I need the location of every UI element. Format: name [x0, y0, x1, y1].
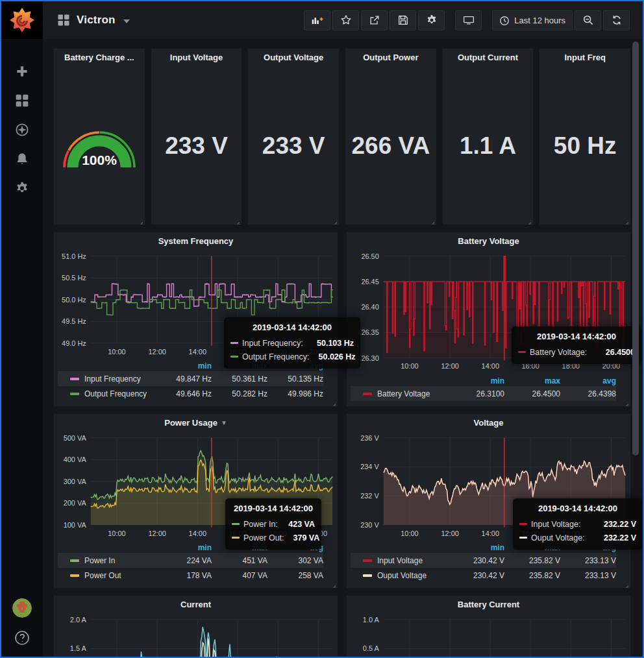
- legend-row[interactable]: Power In224 VA451 VA302 VA: [58, 553, 323, 568]
- legend-row[interactable]: Power Out178 VA407 VA258 VA: [58, 568, 323, 583]
- cycle-view-button[interactable]: [455, 10, 482, 30]
- zoom-out-button[interactable]: [575, 10, 601, 30]
- sidebar-item-explore[interactable]: [14, 122, 31, 138]
- refresh-button[interactable]: [603, 10, 630, 30]
- legend-stat-min[interactable]: min: [156, 543, 212, 552]
- series-color-dash: [518, 351, 526, 353]
- panel-title[interactable]: Output Current: [443, 53, 534, 62]
- star-button[interactable]: [332, 10, 359, 30]
- graph-panel-current: Current2.0 A1.5 A1.0 A0.5 A10:0012:0014:…: [53, 595, 338, 657]
- panel-title[interactable]: Current: [54, 600, 338, 609]
- svg-text:0.5 A: 0.5 A: [363, 644, 380, 652]
- legend-stats-header: minmaxavg: [351, 376, 616, 386]
- sidebar-item-alerting[interactable]: [14, 151, 31, 167]
- panel-resize-handle[interactable]: [526, 217, 532, 223]
- tooltip-series-row: Power Out:379 VA: [232, 531, 315, 544]
- save-icon: [397, 14, 409, 26]
- panel-title[interactable]: Output Voltage: [248, 53, 339, 62]
- sidebar-item-dashboards[interactable]: [14, 93, 31, 108]
- svg-text:50.0 Hz: 50.0 Hz: [62, 296, 86, 304]
- star-icon: [340, 14, 352, 26]
- legend-stat-max[interactable]: max: [504, 376, 560, 385]
- panel-title[interactable]: Input Voltage: [151, 53, 242, 62]
- series-name[interactable]: Output Frequency: [84, 389, 156, 398]
- svg-text:1.0 A: 1.0 A: [363, 616, 380, 624]
- panel-resize-handle[interactable]: [332, 217, 338, 223]
- panel-resize-handle[interactable]: [429, 217, 435, 223]
- stat-panel-input-freq: Input Freq50 Hz: [539, 48, 631, 225]
- panel-resize-handle[interactable]: [330, 581, 336, 587]
- sidebar-item-create[interactable]: [14, 64, 31, 79]
- legend-row[interactable]: Input Voltage230.42 V235.82 V233.13 V: [351, 553, 616, 568]
- tooltip-series-label: Power Out:: [243, 533, 284, 542]
- series-name[interactable]: Ouput Voltage: [377, 571, 449, 580]
- series-avg: 50.135 Hz: [267, 374, 323, 384]
- svg-text:14:00: 14:00: [189, 530, 206, 537]
- time-range-picker[interactable]: Last 12 hours: [492, 10, 573, 30]
- panel-title[interactable]: Battery Voltage: [347, 236, 630, 246]
- scrollbar-thumb[interactable]: [632, 42, 639, 456]
- svg-text:26.50: 26.50: [361, 252, 378, 260]
- legend-stat-min[interactable]: min: [449, 376, 504, 385]
- series-color-dash: [230, 356, 238, 358]
- series-avg: 302 VA: [267, 556, 323, 565]
- panel-title[interactable]: Input Freq: [539, 53, 630, 62]
- series-min: 230.42 V: [449, 556, 504, 565]
- series-name[interactable]: Input Voltage: [377, 556, 449, 565]
- settings-button[interactable]: [418, 10, 445, 30]
- series-name[interactable]: Power Out: [84, 571, 156, 580]
- panel-resize-handle[interactable]: [234, 217, 240, 223]
- user-avatar[interactable]: [12, 598, 32, 618]
- panel-title[interactable]: Power Usage▼: [54, 418, 338, 428]
- series-name[interactable]: Input Frequency: [84, 374, 156, 384]
- avatar-identicon-icon: [12, 598, 32, 618]
- save-button[interactable]: [390, 10, 416, 30]
- battery-charge-gauge: 100%: [58, 110, 141, 178]
- svg-text:12:00: 12:00: [441, 530, 458, 537]
- svg-text:49.5 Hz: 49.5 Hz: [62, 317, 86, 325]
- tooltip-series-label: Power In:: [243, 520, 278, 529]
- refresh-icon: [611, 14, 623, 26]
- sidebar-item-configuration[interactable]: [14, 180, 31, 196]
- legend-stat-min[interactable]: min: [156, 361, 212, 371]
- graph-tooltip: 2019-03-14 14:42:00Power In:423 VAPower …: [225, 498, 321, 550]
- panel-resize-handle[interactable]: [138, 217, 143, 223]
- series-color-swatch: [363, 393, 372, 395]
- panel-title[interactable]: Voltage: [347, 418, 630, 428]
- panel-resize-handle[interactable]: [623, 217, 629, 223]
- grafana-logo[interactable]: [1, 1, 43, 39]
- panel-title[interactable]: System Frequency: [54, 236, 338, 246]
- dashboard-title-group[interactable]: Victron: [57, 14, 130, 27]
- sidebar: [1, 1, 43, 657]
- series-name[interactable]: Power In: [84, 556, 156, 565]
- tooltip-series-label: Battery Voltage:: [530, 348, 587, 357]
- legend-row[interactable]: Input Frequency49.847 Hz50.361 Hz50.135 …: [58, 371, 323, 386]
- legend-row[interactable]: Output Frequency49.646 Hz50.282 Hz49.986…: [58, 386, 323, 401]
- navbar: Victron Last 12 hours: [43, 1, 643, 39]
- add-panel-button[interactable]: [304, 10, 330, 30]
- tooltip-series-row: Ouput Voltage:232.22 V: [519, 531, 636, 544]
- panel-title[interactable]: Output Power: [345, 53, 436, 62]
- share-button[interactable]: [361, 10, 388, 30]
- series-min: 230.42 V: [449, 571, 504, 580]
- settings-icon: [426, 14, 438, 26]
- legend-row[interactable]: Ouput Voltage230.42 V235.82 V233.13 V: [351, 568, 616, 583]
- panel-resize-handle[interactable]: [623, 581, 629, 587]
- panel-title[interactable]: Battery Charge ...: [54, 53, 145, 62]
- panel-resize-handle[interactable]: [623, 399, 629, 405]
- series-name[interactable]: Battery Voltage: [377, 389, 449, 398]
- panel-title[interactable]: Battery Current: [347, 600, 630, 609]
- graph-tooltip: 2019-03-14 14:42:00Input Voltage:232.22 …: [513, 498, 643, 550]
- svg-text:10:00: 10:00: [401, 530, 418, 537]
- compass-icon: [15, 123, 29, 137]
- legend-row[interactable]: Battery Voltage26.310026.450026.4398: [351, 386, 616, 401]
- dashboard-title[interactable]: Victron: [77, 14, 116, 27]
- stat-value: 50 Hz: [539, 67, 630, 225]
- legend-stat-min[interactable]: min: [449, 543, 504, 552]
- legend-stat-avg[interactable]: avg: [560, 376, 616, 385]
- panel-resize-handle[interactable]: [330, 399, 336, 405]
- series-max: 50.282 Hz: [212, 389, 267, 398]
- navbar-actions: Last 12 hours: [302, 10, 630, 30]
- help-button[interactable]: [14, 629, 31, 646]
- svg-text:26.30: 26.30: [361, 354, 378, 362]
